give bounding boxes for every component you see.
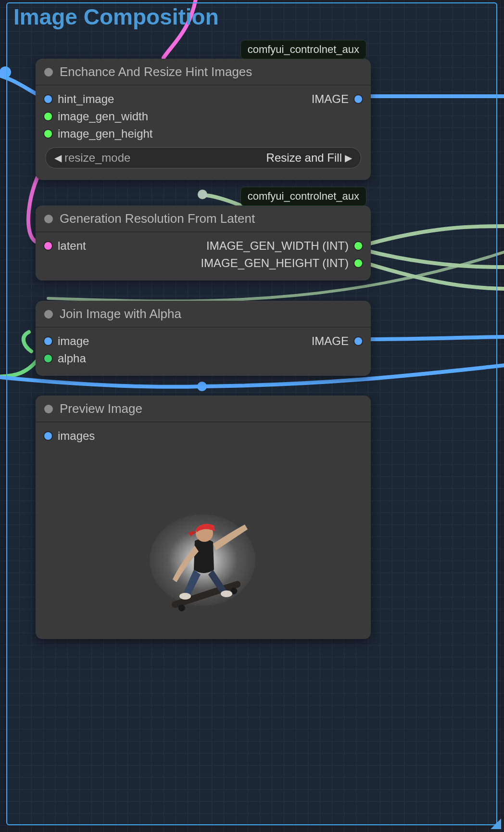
input-port-images[interactable] bbox=[44, 432, 52, 440]
collapse-toggle-icon[interactable] bbox=[44, 310, 53, 319]
input-port-image[interactable] bbox=[44, 337, 52, 345]
output-label: IMAGE bbox=[312, 334, 349, 348]
input-port-latent[interactable] bbox=[44, 242, 52, 250]
input-label: alpha bbox=[58, 352, 86, 365]
collapse-toggle-icon[interactable] bbox=[44, 215, 53, 223]
output-port-image[interactable] bbox=[354, 337, 362, 345]
node-title: Join Image with Alpha bbox=[60, 307, 181, 321]
node-enhance-resize-hint-images[interactable]: Enchance And Resize Hint Images hint_ima… bbox=[36, 59, 371, 180]
node-title: Preview Image bbox=[60, 401, 142, 416]
chevron-left-icon[interactable]: ◀ bbox=[54, 152, 62, 164]
node-header[interactable]: Join Image with Alpha bbox=[36, 301, 371, 328]
output-label: IMAGE bbox=[312, 92, 349, 106]
preview-thumbnail bbox=[141, 498, 266, 623]
collapse-toggle-icon[interactable] bbox=[44, 405, 53, 413]
node-preview-image[interactable]: Preview Image images bbox=[36, 396, 371, 639]
group-title[interactable]: Image Composition bbox=[13, 4, 219, 30]
input-label: image bbox=[58, 334, 89, 348]
node-header[interactable]: Generation Resolution From Latent bbox=[36, 205, 371, 232]
node-source-badge: comfyui_controlnet_aux bbox=[240, 187, 366, 206]
input-label: image_gen_height bbox=[58, 127, 153, 141]
input-label: image_gen_width bbox=[58, 110, 148, 123]
node-header[interactable]: Preview Image bbox=[36, 396, 371, 422]
input-label: latent bbox=[58, 239, 86, 253]
widget-value: Resize and Fill bbox=[266, 151, 342, 165]
slot-row: hint_image IMAGE bbox=[36, 90, 371, 108]
input-port-image-gen-height[interactable] bbox=[44, 130, 52, 138]
output-label: IMAGE_GEN_WIDTH (INT) bbox=[206, 239, 349, 253]
widget-name: resize_mode bbox=[64, 151, 130, 165]
preview-image-area[interactable] bbox=[36, 445, 371, 676]
node-header[interactable]: Enchance And Resize Hint Images bbox=[36, 59, 371, 86]
widget-resize-mode[interactable]: ◀ resize_mode Resize and Fill ▶ bbox=[45, 147, 361, 168]
output-port-image-gen-width[interactable] bbox=[354, 242, 362, 250]
node-generation-resolution-from-latent[interactable]: Generation Resolution From Latent latent… bbox=[36, 205, 371, 281]
chevron-right-icon[interactable]: ▶ bbox=[345, 152, 352, 164]
input-port-alpha[interactable] bbox=[44, 355, 52, 362]
output-port-image[interactable] bbox=[354, 95, 362, 103]
node-title: Generation Resolution From Latent bbox=[60, 211, 255, 226]
node-source-badge: comfyui_controlnet_aux bbox=[240, 40, 366, 59]
node-join-image-with-alpha[interactable]: Join Image with Alpha image IMAGE alpha bbox=[36, 301, 371, 376]
input-port-image-gen-width[interactable] bbox=[44, 113, 52, 120]
svg-point-8 bbox=[179, 593, 191, 600]
collapse-toggle-icon[interactable] bbox=[44, 68, 53, 77]
node-title: Enchance And Resize Hint Images bbox=[60, 64, 252, 79]
input-label: hint_image bbox=[58, 92, 114, 106]
svg-point-7 bbox=[221, 590, 232, 597]
output-label: IMAGE_GEN_HEIGHT (INT) bbox=[201, 256, 349, 270]
input-label: images bbox=[58, 429, 95, 443]
input-port-hint-image[interactable] bbox=[44, 95, 52, 103]
output-port-image-gen-height[interactable] bbox=[354, 259, 362, 267]
group-resize-handle[interactable] bbox=[491, 819, 501, 829]
